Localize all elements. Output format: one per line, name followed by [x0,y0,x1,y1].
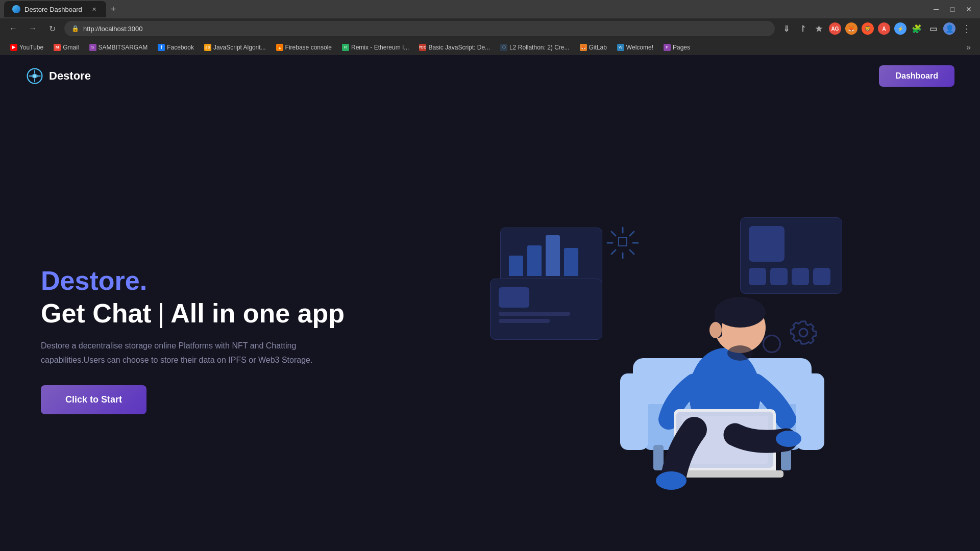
bookmark-pages-label: Pages [673,44,690,51]
remix-favicon: R [342,44,349,51]
bookmarks-bar: ▶ YouTube M Gmail S SAMBITSARGAM f Faceb… [0,39,980,55]
minimize-btn[interactable]: ─ [929,2,943,16]
bookmark-youtube[interactable]: ▶ YouTube [6,42,47,53]
bookmark-facebook-label: Facebook [167,44,194,51]
tab-title: Destore Dashboard [24,6,82,13]
profile-icon[interactable]: 👤 [943,22,955,35]
destore-logo-icon [26,67,44,85]
svg-point-1 [33,74,36,78]
svg-rect-15 [653,445,664,470]
bookmarks-more-btn[interactable]: » [963,43,974,52]
adguard-icon[interactable]: AG [829,22,841,35]
puzzle-icon[interactable]: 🧩 [911,22,923,35]
svg-point-26 [656,471,687,490]
hero-section: Destore. Get Chat | All in one app Desto… [0,97,980,551]
bookmark-l2-rollathon-label: L2 Rollathon: 2) Cre... [509,44,569,51]
bookmark-remix-label: Remix - Ethereum I... [351,44,409,51]
tab-bar: Destore Dashboard ✕ + [4,0,120,18]
logo-text: Destore [49,69,91,83]
ext-icon[interactable]: ⚡ [894,22,906,35]
maximize-btn[interactable]: □ [945,2,960,16]
bookmark-youtube-label: YouTube [19,44,43,51]
bookmark-basic-js[interactable]: fCC Basic JavaScript: De... [415,42,494,53]
brave-icon[interactable]: 🦁 [862,22,874,35]
active-tab[interactable]: Destore Dashboard ✕ [4,1,106,17]
person-illustration [592,246,847,493]
bar-3 [546,235,560,276]
svg-line-6 [611,232,616,236]
window-controls: ─ □ ✕ [929,2,976,16]
app-content: Destore Dashboard Destore. Get Chat | Al… [0,55,980,551]
bookmark-gmail[interactable]: M Gmail [50,42,83,53]
acrobat-icon[interactable]: A [878,22,890,35]
illustration-container [490,187,847,493]
bookmark-gitlab[interactable]: 🦊 GitLab [576,42,611,53]
sidebar-icon[interactable]: ▭ [927,22,939,35]
download-icon[interactable]: ⇓ [780,22,792,35]
lock-icon: 🔒 [71,25,79,32]
new-tab-btn[interactable]: + [106,2,120,16]
panel-line-2 [499,319,550,323]
youtube-favicon: ▶ [10,44,17,51]
tab-favicon [12,5,20,13]
bookmark-firebase-label: Firebase console [285,44,332,51]
hero-right [398,128,939,551]
bookmark-gmail-label: Gmail [63,44,79,51]
sambitsargam-favicon: S [89,44,96,51]
bookmark-sambitsargam-label: SAMBITSARGAM [99,44,148,51]
gitlab-favicon: 🦊 [580,44,587,51]
hero-title-chat: Get Chat [41,298,152,329]
bookmark-basic-js-label: Basic JavaScript: De... [428,44,490,51]
svg-point-27 [776,431,801,447]
fox-icon[interactable]: 🦊 [845,22,857,35]
back-btn[interactable]: ← [6,21,20,36]
tab-close-btn[interactable]: ✕ [90,5,98,13]
browser-extension-icons: ⇓ ↾ ★ AG 🦊 🦁 A ⚡ 🧩 ▭ 👤 ⋮ [780,21,974,36]
bookmark-welcome-label: Welcome! [626,44,653,51]
hero-title-accent: Destore. [41,265,398,296]
bookmark-l2-rollathon[interactable]: ⬡ L2 Rollathon: 2) Cre... [496,42,573,53]
browser-chrome: Destore Dashboard ✕ + ─ □ ✕ ← → ↻ 🔒 http… [0,0,980,55]
gmail-favicon: M [54,44,61,51]
close-btn[interactable]: ✕ [962,2,976,16]
panel-line-1 [499,312,570,316]
bookmark-welcome[interactable]: W Welcome! [613,42,657,53]
bar-4 [564,248,578,276]
bookmark-sambitsargam[interactable]: S SAMBITSARGAM [85,42,152,53]
menu-btn[interactable]: ⋮ [960,21,974,36]
url-text: http://localhost:3000 [83,25,768,33]
pages-favicon: P [664,44,671,51]
cta-button[interactable]: Click to Start [41,385,146,414]
hero-left: Destore. Get Chat | All in one app Desto… [41,265,398,414]
hero-description: Destore a decentralise storage online Pl… [41,339,347,366]
facebook-favicon: f [158,44,165,51]
basic-js-favicon: fCC [419,44,426,51]
bookmark-star-icon[interactable]: ★ [813,22,825,35]
panel-card-1 [499,287,529,308]
bookmark-js-algo-label: JavaScript Algorit... [213,44,266,51]
refresh-btn[interactable]: ↻ [45,21,59,36]
bar-2 [527,245,542,276]
bar-chart [509,240,594,276]
firebase-favicon: 🔥 [276,44,283,51]
share-icon[interactable]: ↾ [796,22,808,35]
bookmark-facebook[interactable]: f Facebook [154,42,198,53]
bookmark-firebase[interactable]: 🔥 Firebase console [272,42,336,53]
welcome-favicon: W [617,44,624,51]
bg-panel-left [490,279,602,340]
hero-title-main: Get Chat | All in one app [41,298,398,329]
bookmark-pages[interactable]: P Pages [659,42,694,53]
person-couch-svg [592,246,847,491]
svg-line-8 [630,232,634,236]
address-bar[interactable]: 🔒 http://localhost:3000 [64,21,775,36]
navbar: Destore Dashboard [0,55,980,97]
bookmark-remix[interactable]: R Remix - Ethereum I... [338,42,413,53]
bookmark-js-algo[interactable]: JS JavaScript Algorit... [200,42,270,53]
browser-titlebar: Destore Dashboard ✕ + ─ □ ✕ [0,0,980,18]
svg-rect-10 [619,238,627,246]
l2-rollathon-favicon: ⬡ [500,44,507,51]
forward-btn[interactable]: → [26,21,40,36]
dashboard-button[interactable]: Dashboard [879,65,954,87]
bookmark-gitlab-label: GitLab [589,44,607,51]
svg-point-28 [709,322,722,338]
